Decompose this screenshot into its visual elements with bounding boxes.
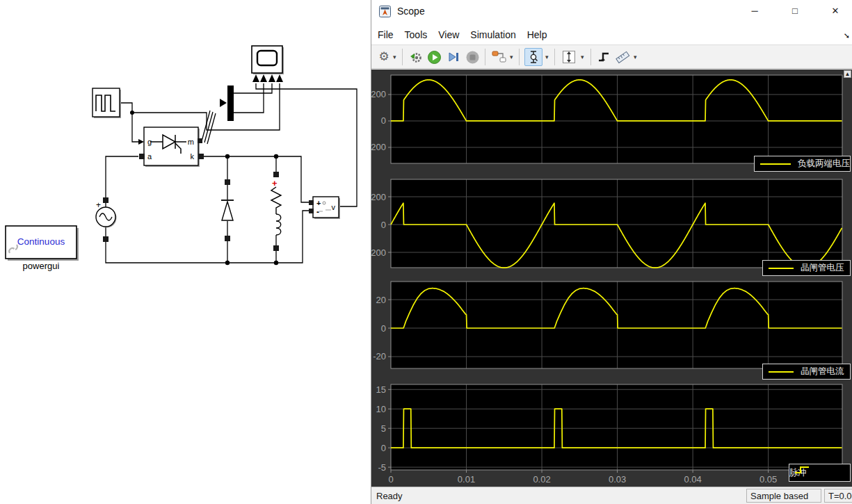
y-tick-label: 0 [381, 323, 386, 334]
scale-axes-icon [562, 50, 576, 64]
ac-bottom-port [103, 236, 108, 242]
y-tick-label: -20 [373, 351, 386, 361]
demux-input-arrow [220, 99, 227, 107]
menu-tools[interactable]: Tools [405, 29, 428, 40]
resistor-icon [271, 187, 281, 214]
minimize-button[interactable]: ─ [739, 0, 771, 22]
toolbar-overflow-icon[interactable]: ➘ [844, 31, 850, 40]
scope-app-icon [379, 6, 391, 17]
gear-run-button[interactable] [408, 48, 424, 66]
gear-run-icon [409, 50, 423, 64]
zoom-dropdown-icon[interactable]: ▾ [545, 54, 549, 60]
port-a [139, 154, 145, 159]
status-sim-time: T=0.060 [824, 489, 852, 503]
port-label-m: m [188, 138, 194, 146]
x-tick-label: 0 [388, 474, 393, 485]
y-tick-label: 200 [371, 89, 386, 99]
zoom-y-icon [527, 50, 540, 64]
stop-icon [466, 51, 479, 64]
x-tick-label: 0.03 [609, 474, 626, 485]
port-label-g: g [147, 138, 152, 146]
voltage-measurement-block[interactable]: + - v [309, 197, 340, 219]
step-forward-icon [447, 51, 460, 63]
menu-bar: FileToolsViewSimulationHelp➘ [371, 23, 852, 44]
maximize-button[interactable]: □ [779, 0, 811, 22]
separator [554, 49, 555, 65]
x-tick-label: 0.02 [533, 474, 550, 485]
scope-window: Scope ─ □ ✕ FileToolsViewSimulationHelp➘… [371, 0, 852, 504]
settings-dropdown-icon[interactable]: ▾ [393, 54, 396, 60]
menu-view[interactable]: View [438, 29, 459, 40]
gate-input-arrow [138, 139, 144, 145]
y-tick-label: 5 [381, 423, 386, 434]
configure-signals-button[interactable] [491, 48, 508, 66]
vm-plus-port [309, 200, 314, 205]
settings-button[interactable]: ⚙ [377, 48, 391, 66]
demux-block[interactable] [220, 86, 234, 121]
zoom-y-button[interactable] [524, 48, 542, 66]
ac-plus-sign: + [96, 200, 101, 210]
axes-expand-button[interactable]: ▲ [844, 70, 851, 78]
thyristor-block[interactable]: g m a k [138, 127, 204, 167]
status-sample-mode: Sample based [746, 489, 821, 503]
port-k [198, 154, 204, 159]
separator [590, 49, 591, 65]
measurements-ruler-icon [615, 50, 630, 64]
run-button[interactable] [426, 48, 442, 66]
rl-plus-sign: + [272, 178, 278, 188]
measurements-button[interactable] [614, 48, 631, 66]
trigger-button[interactable] [596, 48, 611, 66]
toolbar: ⚙ ▾ [371, 44, 852, 69]
legend-pulse[interactable]: 脉冲 [789, 464, 851, 482]
title-bar[interactable]: Scope ─ □ ✕ [371, 0, 852, 23]
ac-voltage-source-block[interactable]: + [96, 197, 117, 242]
y-tick-label: 10 [376, 404, 386, 414]
x-tick-label: 0.04 [684, 474, 701, 485]
plot-background[interactable] [391, 179, 842, 268]
scope-panel-3: 200-20 [373, 282, 842, 368]
separator [402, 49, 403, 65]
x-tick-label: 0.05 [759, 474, 777, 485]
y-tick-label: -200 [371, 247, 386, 258]
scope-input-ports [252, 74, 283, 82]
menu-file[interactable]: File [378, 29, 394, 40]
legend-load-voltage[interactable]: 负载两端电压 [754, 156, 851, 172]
stop-button[interactable] [465, 48, 480, 66]
plot-background[interactable] [391, 282, 842, 368]
y-tick-label: 0 [381, 220, 386, 230]
scope-panel-4: 151050-500.010.020.030.040.05 [376, 384, 842, 485]
legend-line-sample [760, 163, 791, 165]
signals-dropdown-icon[interactable]: ▾ [510, 54, 513, 60]
powergui-label: powergui [23, 261, 60, 271]
gear-icon: ⚙ [378, 48, 389, 66]
step-forward-button[interactable] [446, 48, 461, 66]
trigger-icon [597, 50, 610, 64]
separator [519, 49, 520, 65]
menu-help[interactable]: Help [527, 29, 547, 40]
legend-thyristor-current[interactable]: 晶闸管电流 [762, 364, 851, 380]
port-label-k: k [191, 152, 195, 161]
menu-simulation[interactable]: Simulation [470, 29, 515, 40]
play-icon [428, 51, 441, 64]
scope-screen-icon [257, 51, 277, 65]
simulink-model-canvas[interactable]: g m a k + [0, 0, 371, 504]
scope-panel-1: 2000-200 [371, 75, 842, 163]
scope-block[interactable] [252, 46, 284, 82]
pulse-generator-block[interactable] [93, 88, 121, 118]
plot-background[interactable] [391, 384, 842, 470]
scale-axes-button[interactable] [561, 48, 577, 66]
desktop: g m a k + [0, 0, 852, 504]
vm-v-label: v [332, 203, 336, 211]
legend-thyristor-voltage[interactable]: 晶闸管电压 [762, 260, 851, 276]
powergui-block[interactable]: Continuous powergui [6, 226, 79, 271]
scope-panel-2: 2000-200 [371, 179, 842, 268]
scale-axes-dropdown-icon[interactable]: ▾ [581, 54, 584, 60]
port-m [198, 138, 202, 143]
scope-plot-area: 2000-2002000-200200-20151050-500.010.020… [371, 70, 852, 487]
vm-plus-label: + [316, 199, 321, 207]
ac-top-port [103, 197, 108, 203]
close-button[interactable]: ✕ [819, 0, 851, 22]
y-tick-label: 20 [376, 295, 386, 305]
measurements-dropdown-icon[interactable]: ▾ [634, 54, 637, 60]
y-tick-label: -200 [371, 142, 386, 152]
